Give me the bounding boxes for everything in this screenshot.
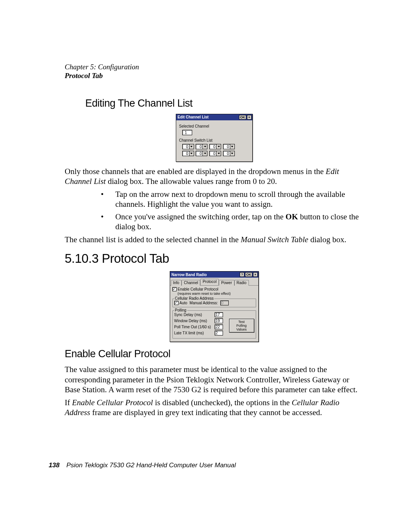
enable-cellular-checkbox-row: ✓ Enable Cellular Protocol (requires war… bbox=[172, 287, 231, 296]
auto-checkbox-row: ✓ Auto bbox=[174, 301, 188, 305]
dialog-edit-channel-list: Edit Channel List OK × Selected Channel … bbox=[176, 114, 253, 162]
channel-dropdown-value: 0 bbox=[209, 144, 216, 149]
tab-channel[interactable]: Channel bbox=[182, 280, 200, 286]
sync-delay-input[interactable]: 17 bbox=[215, 312, 223, 317]
text-run: The channel list is added to the selecte… bbox=[65, 235, 241, 244]
page-number: 138 bbox=[49, 462, 59, 469]
text-run: Tap on the arrow next to dropdown menu t… bbox=[115, 190, 345, 209]
channel-dropdown[interactable]: 0 bbox=[223, 144, 235, 149]
channel-dropdown-value: 0 bbox=[223, 151, 230, 156]
paragraph: The channel list is added to the selecte… bbox=[65, 235, 363, 244]
tab-power[interactable]: Power bbox=[219, 280, 234, 286]
manual-address-input: 0 bbox=[220, 300, 229, 305]
channel-dropdown[interactable]: 0 bbox=[209, 151, 221, 156]
group-legend: Polling bbox=[174, 308, 187, 312]
paragraph: If Enable Cellular Protocol is disabled … bbox=[65, 398, 363, 418]
paragraph: The value assigned to this parameter mus… bbox=[65, 364, 363, 395]
document-page: Chapter 5: Configuration Protocol Tab Ed… bbox=[0, 0, 411, 532]
help-button[interactable]: ? bbox=[240, 272, 244, 277]
figure-edit-channel-list: Edit Channel List OK × Selected Channel … bbox=[65, 114, 363, 162]
tab-strip: Info Channel Protocol Power Radio bbox=[170, 278, 258, 286]
heading-protocol-tab: 5.10.3 Protocol Tab bbox=[65, 251, 363, 266]
tab-info[interactable]: Info bbox=[171, 280, 182, 286]
title-bar: Edit Channel List OK × bbox=[176, 114, 252, 120]
ok-button[interactable]: OK bbox=[245, 272, 253, 277]
tab-radio[interactable]: Radio bbox=[234, 280, 249, 286]
figure-narrow-band-radio: Narrow Band Radio ? OK × Info Channel Pr… bbox=[65, 271, 363, 342]
window-title: Edit Channel List bbox=[178, 115, 238, 119]
channel-dropdown-value: 0 bbox=[196, 144, 202, 149]
enable-cellular-checkbox[interactable]: ✓ bbox=[172, 287, 177, 291]
auto-checkbox[interactable]: ✓ bbox=[174, 301, 178, 305]
heading-editing-channel-list: Editing The Channel List bbox=[85, 97, 363, 109]
channel-dropdown-value: 0 bbox=[196, 151, 202, 156]
channel-dropdown-value: 0 bbox=[182, 144, 189, 149]
ok-button[interactable]: OK bbox=[239, 115, 247, 120]
text-run: Only those channels that are enabled are… bbox=[65, 167, 326, 176]
text-run: dialog box. The allowable values range f… bbox=[106, 177, 277, 186]
close-button[interactable]: × bbox=[247, 115, 251, 120]
chevron-down-icon[interactable] bbox=[202, 144, 207, 149]
chevron-down-icon[interactable] bbox=[202, 151, 207, 156]
channel-dropdown-value: 0 bbox=[223, 144, 230, 149]
chevron-down-icon[interactable] bbox=[189, 151, 194, 156]
channel-dropdown[interactable]: 0 bbox=[223, 151, 235, 156]
text-run: Once you've assigned the switching order… bbox=[115, 212, 285, 221]
heading-enable-cellular-protocol: Enable Cellular Protocol bbox=[65, 348, 363, 360]
enable-cellular-label: Enable Cellular Protocol (requires warm … bbox=[178, 287, 231, 296]
text-run-italic: Enable Cellular Protocol bbox=[72, 398, 153, 407]
chevron-down-icon[interactable] bbox=[230, 144, 235, 149]
channel-dropdown[interactable]: 0 bbox=[209, 144, 221, 149]
late-tx-limit-input[interactable]: 2 bbox=[215, 331, 223, 335]
close-button[interactable]: × bbox=[253, 272, 257, 277]
late-tx-limit-label: Late TX limit (ms) bbox=[174, 331, 212, 335]
channel-dropdown[interactable]: 0 bbox=[196, 151, 207, 156]
text-run: dialog box. bbox=[308, 235, 346, 244]
text-run-italic: Manual Switch Table bbox=[241, 235, 308, 244]
text-run: Enable Cellular Protocol bbox=[178, 287, 218, 291]
running-header-section: Protocol Tab bbox=[65, 72, 363, 80]
text-run: (requires warm reset to take effect) bbox=[178, 292, 231, 296]
chevron-down-icon[interactable] bbox=[216, 151, 221, 156]
text-run: Values bbox=[236, 328, 247, 331]
test-polling-values-button[interactable]: Test Polling Values bbox=[229, 319, 254, 332]
chevron-down-icon[interactable] bbox=[216, 144, 221, 149]
window-title: Narrow Band Radio bbox=[172, 273, 239, 277]
group-legend: Cellular Radio Address bbox=[174, 296, 215, 300]
bullet-list: Tap on the arrow next to dropdown menu t… bbox=[65, 189, 363, 232]
text-run: frame are displayed in grey text indicat… bbox=[90, 408, 322, 417]
channel-switch-list-label: Channel Switch List bbox=[179, 138, 249, 142]
chevron-down-icon[interactable] bbox=[230, 151, 235, 156]
list-item: Once you've assigned the switching order… bbox=[101, 212, 363, 232]
manual-address-label: Manual Address: bbox=[190, 301, 218, 305]
text-run: If bbox=[65, 398, 72, 407]
text-run-bold: OK bbox=[285, 212, 298, 221]
text-run: is disabled (unchecked), the options in … bbox=[153, 398, 292, 407]
selected-channel-value[interactable]: 1 bbox=[182, 130, 192, 135]
sync-delay-label: Sync Delay (ms) bbox=[174, 313, 212, 317]
footer-text: Psion Teklogix 7530 G2 Hand-Held Compute… bbox=[66, 462, 236, 469]
selected-channel-label: Selected Channel bbox=[179, 124, 249, 128]
paragraph: Only those channels that are enabled are… bbox=[65, 166, 363, 187]
channel-dropdown[interactable]: 0 bbox=[196, 144, 207, 149]
channel-dropdown[interactable]: 0 bbox=[182, 151, 194, 156]
window-delay-input[interactable]: 19 bbox=[215, 318, 223, 323]
text-run: Polling bbox=[236, 324, 247, 328]
text-run: Test bbox=[238, 320, 245, 324]
channel-dropdown-value: 0 bbox=[209, 151, 216, 156]
poll-timeout-input[interactable]: 22 bbox=[215, 324, 223, 329]
window-delay-label: Window Delay (ms) bbox=[174, 319, 212, 323]
channel-dropdown-value: 0 bbox=[182, 151, 189, 156]
list-item: Tap on the arrow next to dropdown menu t… bbox=[101, 189, 363, 209]
page-footer: 138Psion Teklogix 7530 G2 Hand-Held Comp… bbox=[49, 462, 236, 469]
tab-protocol[interactable]: Protocol bbox=[200, 279, 219, 285]
polling-group: Polling Sync Delay (ms) 17 Window Delay … bbox=[172, 310, 256, 339]
dialog-narrow-band-radio: Narrow Band Radio ? OK × Info Channel Pr… bbox=[170, 271, 259, 342]
auto-label: Auto bbox=[180, 301, 188, 305]
running-header-chapter: Chapter 5: Configuration bbox=[65, 63, 363, 72]
poll-timeout-label: Poll Time Out (1/60 s) bbox=[174, 325, 212, 329]
cellular-radio-address-group: Cellular Radio Address ✓ Auto Manual Add… bbox=[172, 299, 256, 307]
chevron-down-icon[interactable] bbox=[189, 144, 194, 149]
title-bar: Narrow Band Radio ? OK × bbox=[170, 272, 258, 278]
channel-dropdown[interactable]: 0 bbox=[182, 144, 194, 149]
